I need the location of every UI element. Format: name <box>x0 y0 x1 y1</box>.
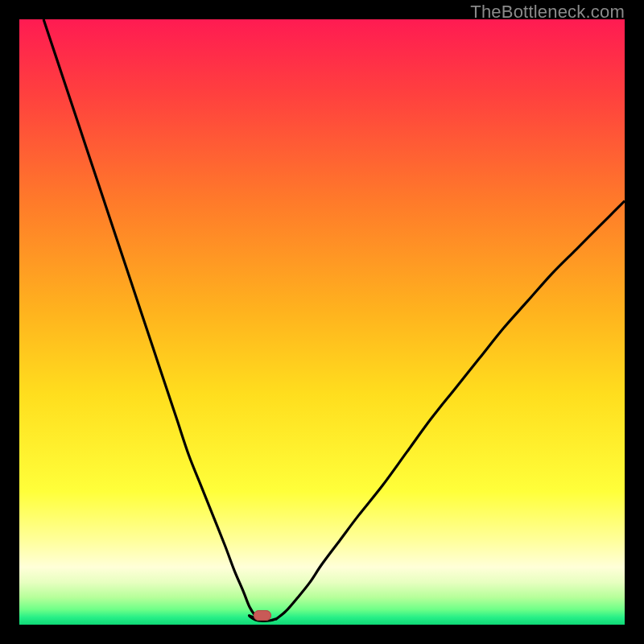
watermark-label: TheBottleneck.com <box>470 2 625 23</box>
plot-area <box>19 19 625 625</box>
bottleneck-curve <box>19 19 625 625</box>
optimum-marker-icon <box>254 610 271 621</box>
chart-frame: TheBottleneck.com <box>0 0 644 644</box>
